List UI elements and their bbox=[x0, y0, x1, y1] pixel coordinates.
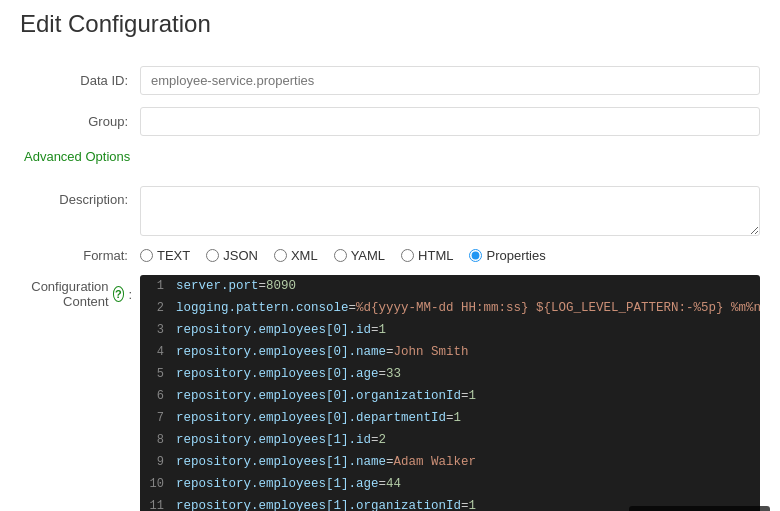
line-content: repository.employees[1].id=2 bbox=[176, 433, 760, 447]
table-row: 1server.port=8090 bbox=[140, 275, 760, 297]
format-option-json[interactable]: JSON bbox=[206, 248, 258, 263]
line-number: 4 bbox=[140, 345, 176, 359]
format-radio-xml[interactable] bbox=[274, 249, 287, 262]
description-row: Description: bbox=[20, 186, 760, 236]
data-id-input[interactable] bbox=[140, 66, 760, 95]
format-radio-text[interactable] bbox=[140, 249, 153, 262]
line-content: repository.employees[0].name=John Smith bbox=[176, 345, 760, 359]
line-number: 2 bbox=[140, 301, 176, 315]
format-radio-json[interactable] bbox=[206, 249, 219, 262]
config-content-row: Configuration Content ?: 1server.port=80… bbox=[20, 275, 760, 511]
format-radio-properties[interactable] bbox=[469, 249, 482, 262]
code-lines: 1server.port=80902logging.pattern.consol… bbox=[140, 275, 760, 511]
help-icon[interactable]: ? bbox=[113, 286, 125, 302]
format-label-text: TEXT bbox=[157, 248, 190, 263]
format-option-text[interactable]: TEXT bbox=[140, 248, 190, 263]
line-content: repository.employees[1].age=44 bbox=[176, 477, 760, 491]
data-id-label: Data ID: bbox=[20, 73, 140, 88]
format-radio-html[interactable] bbox=[401, 249, 414, 262]
code-editor[interactable]: 1server.port=80902logging.pattern.consol… bbox=[140, 275, 760, 511]
line-number: 3 bbox=[140, 323, 176, 337]
description-textarea[interactable] bbox=[140, 186, 760, 236]
line-content: repository.employees[0].organizationId=1 bbox=[176, 389, 760, 403]
watermark: 创 创新互联 CHUANG XIN HU LIAN bbox=[629, 506, 770, 511]
format-label-xml: XML bbox=[291, 248, 318, 263]
line-number: 9 bbox=[140, 455, 176, 469]
table-row: 2logging.pattern.console=%d{yyyy-MM-dd H… bbox=[140, 297, 760, 319]
line-content: repository.employees[0].id=1 bbox=[176, 323, 760, 337]
group-input[interactable] bbox=[140, 107, 760, 136]
line-number: 5 bbox=[140, 367, 176, 381]
table-row: 10repository.employees[1].age=44 bbox=[140, 473, 760, 495]
table-row: 3repository.employees[0].id=1 bbox=[140, 319, 760, 341]
table-row: 9repository.employees[1].name=Adam Walke… bbox=[140, 451, 760, 473]
line-number: 11 bbox=[140, 499, 176, 511]
format-options: TEXT JSON XML YAML HTML bbox=[140, 248, 546, 263]
format-option-properties[interactable]: Properties bbox=[469, 248, 545, 263]
group-row: Group: bbox=[20, 107, 760, 136]
table-row: 7repository.employees[0].departmentId=1 bbox=[140, 407, 760, 429]
format-row: Format: TEXT JSON XML YAML bbox=[20, 248, 760, 263]
page-title: Edit Configuration bbox=[20, 10, 760, 46]
group-label: Group: bbox=[20, 114, 140, 129]
format-option-yaml[interactable]: YAML bbox=[334, 248, 385, 263]
line-number: 6 bbox=[140, 389, 176, 403]
line-number: 1 bbox=[140, 279, 176, 293]
table-row: 8repository.employees[1].id=2 bbox=[140, 429, 760, 451]
format-label-json: JSON bbox=[223, 248, 258, 263]
description-label: Description: bbox=[20, 186, 140, 207]
config-content-label: Configuration Content ?: bbox=[20, 275, 140, 309]
table-row: 5repository.employees[0].age=33 bbox=[140, 363, 760, 385]
line-number: 10 bbox=[140, 477, 176, 491]
format-radio-yaml[interactable] bbox=[334, 249, 347, 262]
format-option-html[interactable]: HTML bbox=[401, 248, 453, 263]
format-label-html: HTML bbox=[418, 248, 453, 263]
format-label-yaml: YAML bbox=[351, 248, 385, 263]
line-content: repository.employees[0].age=33 bbox=[176, 367, 760, 381]
line-content: logging.pattern.console=%d{yyyy-MM-dd HH… bbox=[176, 301, 760, 315]
line-content: server.port=8090 bbox=[176, 279, 760, 293]
line-content: repository.employees[1].name=Adam Walker bbox=[176, 455, 760, 469]
data-id-row: Data ID: bbox=[20, 66, 760, 95]
table-row: 6repository.employees[0].organizationId=… bbox=[140, 385, 760, 407]
advanced-options-link[interactable]: Advanced Options bbox=[24, 149, 130, 164]
line-content: repository.employees[0].departmentId=1 bbox=[176, 411, 760, 425]
format-option-xml[interactable]: XML bbox=[274, 248, 318, 263]
format-label: Format: bbox=[20, 248, 140, 263]
format-label-properties: Properties bbox=[486, 248, 545, 263]
config-content-label-text: Configuration Content bbox=[20, 279, 109, 309]
line-number: 7 bbox=[140, 411, 176, 425]
table-row: 4repository.employees[0].name=John Smith bbox=[140, 341, 760, 363]
line-number: 8 bbox=[140, 433, 176, 447]
